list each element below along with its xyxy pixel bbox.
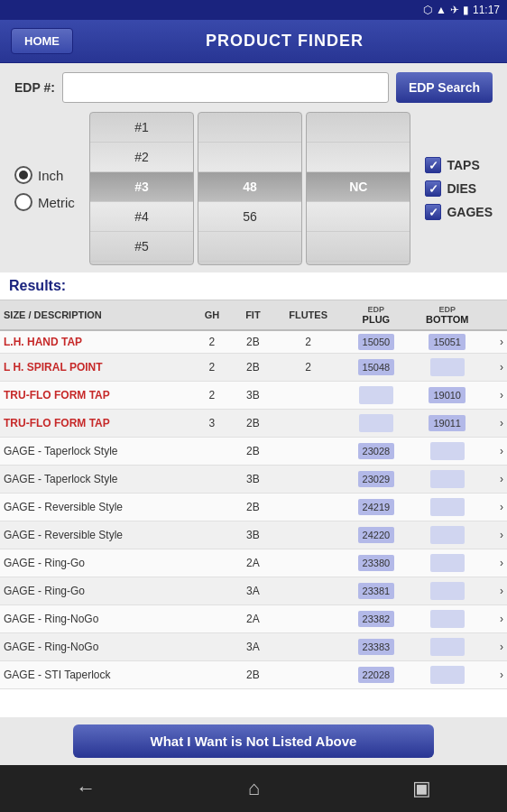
picker-item-selected[interactable]: 48 bbox=[198, 172, 301, 202]
picker-item[interactable]: #2 bbox=[90, 143, 193, 172]
table-row[interactable]: GAGE - Ring-NoGo 2A 23382 › bbox=[0, 605, 507, 633]
cell-plug: 22028 bbox=[343, 661, 410, 689]
checkbox-gages-box[interactable] bbox=[425, 204, 441, 220]
table-row[interactable]: GAGE - STI Taperlock 2B 22028 › bbox=[0, 661, 507, 689]
cell-chevron[interactable]: › bbox=[485, 354, 507, 382]
checkbox-dies-box[interactable] bbox=[425, 180, 441, 197]
cell-chevron[interactable]: › bbox=[485, 494, 507, 521]
bluetooth-icon: ⬡ bbox=[423, 4, 432, 16]
plug-edp-cell-empty bbox=[359, 414, 393, 432]
home-button[interactable]: HOME bbox=[11, 28, 73, 54]
picker-item-selected[interactable]: #3 bbox=[90, 172, 193, 202]
cell-flutes bbox=[273, 438, 343, 466]
cell-chevron[interactable]: › bbox=[485, 633, 507, 661]
bottom-edp-cell-empty bbox=[430, 442, 465, 460]
table-row[interactable]: GAGE - Taperlock Style 2B 23028 › bbox=[0, 438, 507, 466]
table-row[interactable]: L H. SPIRAL POINT 2 2B 2 15048 › bbox=[0, 354, 507, 382]
picker-item[interactable] bbox=[307, 113, 410, 143]
cell-chevron[interactable]: › bbox=[485, 605, 507, 633]
radio-metric[interactable]: Metric bbox=[14, 193, 75, 211]
not-listed-button[interactable]: What I Want is Not Listed Above bbox=[73, 724, 434, 758]
picker-item[interactable] bbox=[198, 113, 301, 143]
picker-item[interactable] bbox=[307, 202, 410, 232]
plug-label: PLUG bbox=[363, 314, 391, 325]
cell-flutes bbox=[273, 577, 343, 605]
picker-item[interactable]: #1 bbox=[90, 113, 193, 143]
cell-gh: 2 bbox=[191, 382, 232, 410]
picker-col-1[interactable]: #1 #2 #3 #4 #5 bbox=[89, 112, 194, 265]
cell-size: GAGE - Taperlock Style bbox=[0, 466, 191, 494]
edp-input[interactable] bbox=[62, 72, 389, 103]
table-row[interactable]: GAGE - Ring-NoGo 3A 23383 › bbox=[0, 633, 507, 661]
picker-item[interactable] bbox=[307, 232, 410, 262]
checkbox-dies[interactable]: DIES bbox=[425, 180, 493, 197]
table-row[interactable]: L.H. HAND TAP 2 2B 2 15050 15051 › bbox=[0, 330, 507, 354]
cell-bottom: 19011 bbox=[410, 410, 485, 438]
radio-inch[interactable]: Inch bbox=[14, 166, 75, 184]
table-row[interactable]: GAGE - Reversible Style 2B 24219 › bbox=[0, 494, 507, 521]
picker-item[interactable] bbox=[198, 232, 301, 262]
cell-chevron[interactable]: › bbox=[485, 382, 507, 410]
plug-edp-cell: 23381 bbox=[358, 583, 395, 599]
edp-search-button[interactable]: EDP Search bbox=[396, 72, 493, 103]
cell-gh: 2 bbox=[191, 354, 232, 382]
nav-home-icon[interactable]: ⌂ bbox=[248, 777, 260, 800]
cell-chevron[interactable]: › bbox=[485, 466, 507, 494]
picker-item[interactable]: #5 bbox=[90, 232, 193, 262]
nav-bar: ← ⌂ ▣ bbox=[0, 765, 507, 812]
table-row[interactable]: GAGE - Ring-Go 3A 23381 › bbox=[0, 577, 507, 605]
checkbox-taps-box[interactable] bbox=[425, 157, 441, 173]
col-plug: EDP PLUG bbox=[343, 300, 410, 330]
cell-gh: 2 bbox=[191, 330, 232, 354]
radio-inch-circle[interactable] bbox=[14, 166, 32, 184]
picker-col-3[interactable]: NC bbox=[306, 112, 410, 265]
results-scroll[interactable]: SIZE / DESCRIPTION GH FIT FLUTES EDP PLU… bbox=[0, 300, 507, 717]
table-row[interactable]: TRU-FLO FORM TAP 2 3B 19010 › bbox=[0, 382, 507, 410]
plug-edp-cell: 22028 bbox=[358, 667, 395, 683]
bottom-edp-cell-empty bbox=[430, 582, 465, 600]
table-row[interactable]: TRU-FLO FORM TAP 3 2B 19011 › bbox=[0, 410, 507, 438]
table-row[interactable]: GAGE - Taperlock Style 3B 23029 › bbox=[0, 466, 507, 494]
picker-item[interactable] bbox=[307, 143, 410, 172]
radio-metric-circle[interactable] bbox=[14, 193, 32, 211]
bottom-edp-cell: 15051 bbox=[429, 334, 466, 350]
picker-item[interactable] bbox=[198, 143, 301, 172]
cell-size: GAGE - STI Taperlock bbox=[0, 661, 191, 689]
cell-plug: 24220 bbox=[343, 521, 410, 549]
cell-bottom: 15051 bbox=[410, 330, 485, 354]
cell-chevron[interactable]: › bbox=[485, 661, 507, 689]
cell-size: GAGE - Reversible Style bbox=[0, 494, 191, 521]
picker-columns: #1 #2 #3 #4 #5 48 56 NC bbox=[89, 112, 411, 265]
cell-flutes bbox=[273, 466, 343, 494]
bottom-edp-cell-empty bbox=[430, 666, 465, 684]
cell-bottom bbox=[410, 494, 485, 521]
cell-fit: 2A bbox=[233, 549, 273, 577]
plug-edp-cell: 15050 bbox=[358, 334, 395, 350]
checkbox-taps[interactable]: TAPS bbox=[425, 157, 493, 173]
picker-item[interactable]: 56 bbox=[198, 202, 301, 232]
picker-item-selected[interactable]: NC bbox=[307, 172, 410, 202]
picker-col-2[interactable]: 48 56 bbox=[198, 112, 302, 265]
cell-chevron[interactable]: › bbox=[485, 330, 507, 354]
cell-chevron[interactable]: › bbox=[485, 577, 507, 605]
bottom-edp-cell-empty bbox=[430, 638, 465, 656]
cell-chevron[interactable]: › bbox=[485, 410, 507, 438]
cell-flutes bbox=[273, 661, 343, 689]
cell-bottom bbox=[410, 633, 485, 661]
table-row[interactable]: GAGE - Ring-Go 2A 23380 › bbox=[0, 549, 507, 577]
cell-flutes: 2 bbox=[273, 330, 343, 354]
picker-item[interactable]: #4 bbox=[90, 202, 193, 232]
cell-chevron[interactable]: › bbox=[485, 549, 507, 577]
battery-icon: ▮ bbox=[463, 4, 469, 16]
cell-chevron[interactable]: › bbox=[485, 438, 507, 466]
cell-fit: 2B bbox=[233, 661, 273, 689]
app-header: HOME PRODUCT FINDER bbox=[0, 20, 507, 63]
cell-chevron[interactable]: › bbox=[485, 521, 507, 549]
col-fit: FIT bbox=[233, 300, 273, 330]
checkbox-gages[interactable]: GAGES bbox=[425, 204, 493, 220]
cell-plug: 23028 bbox=[343, 438, 410, 466]
cell-size: GAGE - Ring-Go bbox=[0, 577, 191, 605]
table-row[interactable]: GAGE - Reversible Style 3B 24220 › bbox=[0, 521, 507, 549]
nav-recent-icon[interactable]: ▣ bbox=[412, 777, 431, 800]
nav-back-icon[interactable]: ← bbox=[76, 777, 96, 800]
